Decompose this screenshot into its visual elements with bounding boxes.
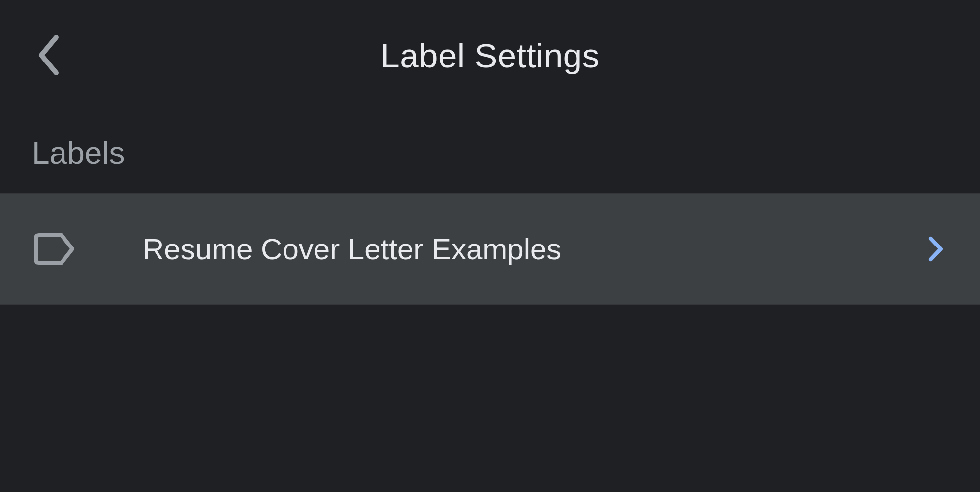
label-list-item[interactable]: Resume Cover Letter Examples — [0, 194, 980, 305]
chevron-right-icon — [926, 234, 946, 264]
section-header: Labels — [0, 112, 980, 194]
page-title: Label Settings — [34, 36, 946, 75]
chevron-left-icon — [35, 33, 60, 79]
section-header-text: Labels — [32, 135, 125, 171]
label-item-name: Resume Cover Letter Examples — [143, 232, 926, 266]
back-button[interactable] — [33, 34, 63, 78]
header: Label Settings — [0, 0, 980, 112]
label-icon — [30, 224, 79, 274]
